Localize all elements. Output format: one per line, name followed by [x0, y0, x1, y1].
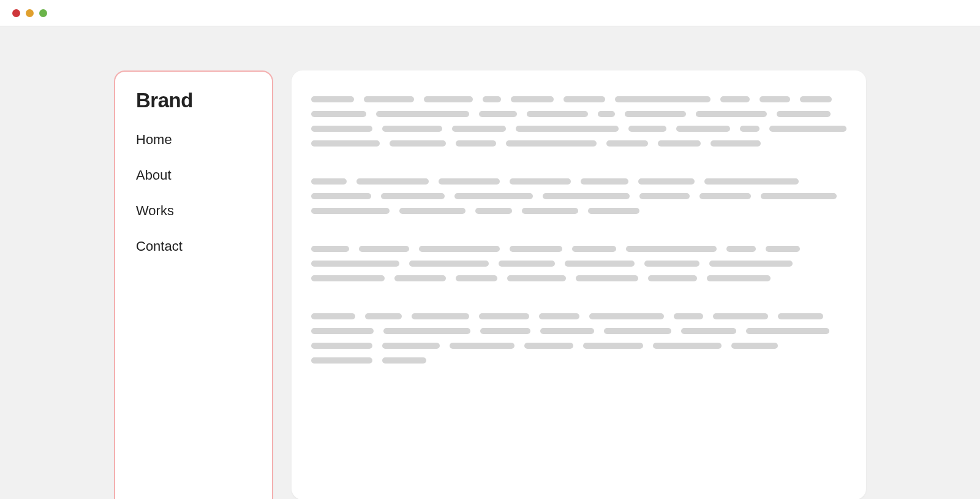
- placeholder-line: [454, 193, 533, 199]
- placeholder-line: [311, 343, 372, 349]
- placeholder-line: [581, 178, 628, 185]
- window-maximize-icon[interactable]: [39, 9, 47, 17]
- placeholder-line: [628, 126, 666, 132]
- placeholder-line: [510, 178, 571, 185]
- placeholder-line: [564, 96, 605, 102]
- placeholder-line: [606, 140, 648, 147]
- placeholder-line: [399, 208, 466, 214]
- placeholder-line: [543, 193, 630, 199]
- placeholder-line: [456, 140, 496, 147]
- placeholder-line: [475, 208, 512, 214]
- placeholder-line: [713, 313, 768, 319]
- placeholder-line: [311, 246, 349, 252]
- placeholder-line: [511, 96, 554, 102]
- placeholder-line: [625, 111, 686, 117]
- page-background: Brand Home About Works Contact: [0, 26, 980, 499]
- placeholder-line: [648, 275, 697, 281]
- placeholder-line: [311, 178, 347, 185]
- placeholder-line: [761, 193, 837, 199]
- placeholder-line: [394, 275, 446, 281]
- placeholder-line: [450, 343, 514, 349]
- placeholder-line: [778, 313, 823, 319]
- placeholder-paragraph: [311, 178, 846, 214]
- placeholder-line: [565, 261, 635, 267]
- placeholder-line: [699, 193, 751, 199]
- placeholder-line: [439, 178, 500, 185]
- placeholder-line: [382, 126, 442, 132]
- placeholder-line: [604, 328, 671, 334]
- placeholder-line: [483, 96, 501, 102]
- placeholder-line: [800, 96, 832, 102]
- placeholder-line: [766, 246, 800, 252]
- placeholder-line: [424, 96, 473, 102]
- placeholder-line: [381, 193, 445, 199]
- placeholder-line: [452, 126, 506, 132]
- placeholder-line: [726, 246, 756, 252]
- window-close-icon[interactable]: [12, 9, 20, 17]
- placeholder-line: [311, 275, 385, 281]
- window-chrome: [0, 0, 980, 26]
- placeholder-line: [506, 140, 597, 147]
- placeholder-line: [769, 126, 846, 132]
- sidebar: Brand Home About Works Contact: [114, 70, 273, 499]
- placeholder-line: [696, 111, 767, 117]
- placeholder-line: [676, 126, 730, 132]
- placeholder-line: [740, 126, 760, 132]
- placeholder-line: [409, 261, 489, 267]
- placeholder-line: [356, 178, 429, 185]
- placeholder-line: [311, 261, 399, 267]
- placeholder-line: [311, 328, 374, 334]
- brand-logo[interactable]: Brand: [136, 89, 251, 112]
- placeholder-line: [507, 275, 566, 281]
- placeholder-line: [638, 178, 695, 185]
- placeholder-line: [311, 193, 371, 199]
- placeholder-line: [589, 313, 664, 319]
- placeholder-line: [510, 246, 562, 252]
- placeholder-line: [777, 111, 831, 117]
- placeholder-line: [311, 208, 390, 214]
- nav-item-about[interactable]: About: [136, 167, 251, 183]
- placeholder-line: [522, 208, 578, 214]
- placeholder-line: [311, 111, 366, 117]
- placeholder-line: [527, 111, 588, 117]
- placeholder-paragraph: [311, 96, 846, 147]
- placeholder-line: [540, 328, 594, 334]
- placeholder-line: [626, 246, 717, 252]
- placeholder-line: [383, 328, 470, 334]
- placeholder-line: [644, 261, 699, 267]
- placeholder-line: [311, 313, 355, 319]
- placeholder-line: [382, 343, 440, 349]
- placeholder-line: [359, 246, 409, 252]
- placeholder-line: [572, 246, 616, 252]
- placeholder-line: [731, 343, 778, 349]
- nav-item-contact[interactable]: Contact: [136, 238, 251, 254]
- placeholder-line: [499, 261, 555, 267]
- placeholder-paragraph: [311, 313, 846, 364]
- placeholder-line: [710, 140, 761, 147]
- placeholder-line: [311, 126, 372, 132]
- placeholder-line: [516, 126, 619, 132]
- placeholder-line: [311, 140, 380, 147]
- placeholder-line: [456, 275, 497, 281]
- placeholder-line: [707, 275, 771, 281]
- placeholder-line: [311, 96, 354, 102]
- placeholder-line: [704, 178, 799, 185]
- placeholder-line: [479, 111, 517, 117]
- placeholder-line: [364, 96, 414, 102]
- placeholder-line: [588, 208, 639, 214]
- nav-item-works[interactable]: Works: [136, 203, 251, 219]
- nav-item-home[interactable]: Home: [136, 132, 251, 148]
- placeholder-line: [760, 96, 790, 102]
- placeholder-line: [376, 111, 469, 117]
- placeholder-line: [539, 313, 579, 319]
- placeholder-line: [480, 328, 530, 334]
- placeholder-line: [746, 328, 829, 334]
- placeholder-line: [382, 357, 426, 364]
- content-card: [292, 70, 866, 499]
- placeholder-line: [390, 140, 446, 147]
- window-minimize-icon[interactable]: [26, 9, 34, 17]
- placeholder-line: [653, 343, 722, 349]
- placeholder-line: [658, 140, 701, 147]
- placeholder-line: [576, 275, 638, 281]
- placeholder-line: [681, 328, 736, 334]
